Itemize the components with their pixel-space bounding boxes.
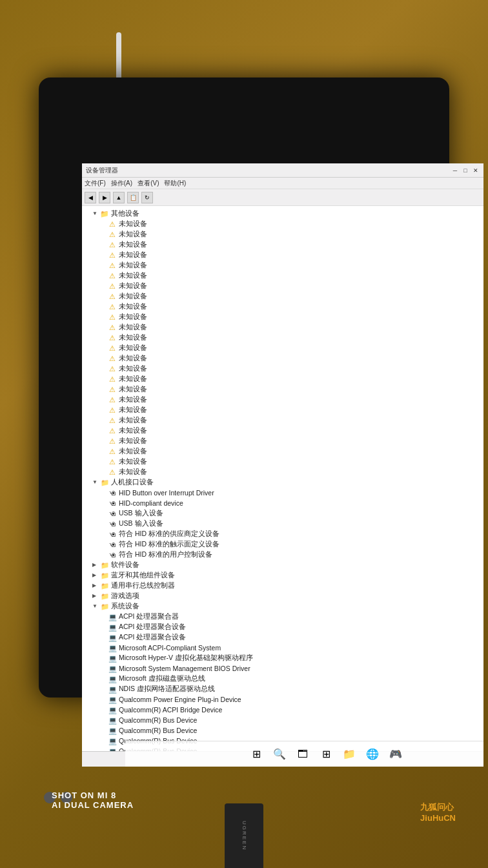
unknown-device-7[interactable]: 未知设备 [82, 281, 483, 291]
unknown-device-6[interactable]: 未知设备 [82, 271, 483, 281]
unknown-device-9[interactable]: 未知设备 [82, 302, 483, 312]
unknown-device-17[interactable]: 未知设备 [82, 384, 483, 395]
toolbar-forward[interactable]: ▶ [99, 192, 110, 203]
expand-system[interactable]: ▼ [92, 603, 99, 610]
qcom-bus-icon-1: 💻 [108, 716, 117, 725]
unknown-device-4[interactable]: 未知设备 [82, 250, 483, 260]
unknown-device-3[interactable]: 未知设备 [82, 240, 483, 250]
minimize-button[interactable]: ─ [451, 167, 459, 174]
windows-button[interactable]: ⊞ [317, 745, 335, 763]
acpi-aggregator[interactable]: 💻 ACPI 处理器聚合器 [82, 612, 483, 622]
hid-system-icon: 🖲 [108, 550, 117, 559]
toolbar-up[interactable]: ▲ [113, 192, 125, 203]
unknown-device-1[interactable]: 未知设备 [82, 219, 483, 229]
usb-input-1[interactable]: 🖲 USB 输入设备 [82, 508, 483, 519]
close-button[interactable]: ✕ [472, 167, 480, 174]
category-hid[interactable]: ▼ 📁 人机接口设备 [82, 477, 483, 488]
unknown-device-10[interactable]: 未知设备 [82, 312, 483, 322]
usb-input-label-2: USB 输入设备 [119, 519, 163, 528]
qcom-bus-icon-2: 💻 [108, 726, 117, 735]
maximize-button[interactable]: □ [462, 167, 469, 174]
category-system[interactable]: ▼ 📁 系统设备 [82, 601, 483, 612]
hid-system-control[interactable]: 🖲 符合 HID 标准的用户控制设备 [82, 550, 483, 560]
unknown-device-2[interactable]: 未知设备 [82, 229, 483, 240]
hid-compliant[interactable]: 🖲 HID-compliant device [82, 498, 483, 508]
task-view-button[interactable]: 🗔 [294, 745, 312, 763]
acpi-agg-device-1[interactable]: 💻 ACPI 处理器聚合设备 [82, 622, 483, 632]
category-bluetooth[interactable]: ▶ 📁 蓝牙和其他组件设备 [82, 570, 483, 581]
start-button[interactable]: ⊞ [247, 745, 265, 763]
search-button[interactable]: 🔍 [270, 745, 289, 763]
explorer-button[interactable]: 📁 [340, 745, 358, 763]
unknown-device-20[interactable]: 未知设备 [82, 415, 483, 426]
bluetooth-label: 蓝牙和其他组件设备 [111, 571, 175, 580]
toolbar-properties[interactable]: 📋 [127, 192, 139, 203]
unknown-device-8[interactable]: 未知设备 [82, 291, 483, 302]
ms-vdisk-label: Microsoft 虚拟磁盘驱动总线 [119, 674, 205, 683]
unknown-device-19[interactable]: 未知设备 [82, 405, 483, 415]
usb-input-2[interactable]: 🖲 USB 输入设备 [82, 519, 483, 529]
expand-software[interactable]: ▶ [92, 562, 99, 568]
ms-acpi-icon: 💻 [108, 643, 117, 652]
expand-other[interactable]: ▼ [92, 211, 99, 217]
warning-icon-12 [108, 333, 117, 342]
unknown-device-15[interactable]: 未知设备 [82, 364, 483, 374]
ugreen-cable: UGREEN [225, 803, 263, 868]
qcom-bus-2[interactable]: 💻 Qualcomm(R) Bus Device [82, 725, 483, 736]
expand-hid[interactable]: ▼ [92, 479, 99, 486]
menu-file[interactable]: 文件(F) [85, 179, 106, 188]
warning-icon-23 [108, 447, 117, 456]
qcom-power-engine[interactable]: 💻 Qualcomm Power Engine Plug-in Device [82, 694, 483, 705]
unknown-device-label-23: 未知设备 [119, 447, 147, 456]
acpi-aggregator-label: ACPI 处理器聚合器 [119, 612, 179, 621]
category-other-devices[interactable]: ▼ 📁 其他设备 [82, 209, 483, 219]
unknown-device-11[interactable]: 未知设备 [82, 322, 483, 333]
menu-view[interactable]: 查看(V) [137, 179, 159, 188]
unknown-device-18[interactable]: 未知设备 [82, 395, 483, 405]
warning-icon-20 [108, 416, 117, 425]
device-tree[interactable]: ▼ 📁 其他设备 未知设备 未知设备 [82, 206, 483, 751]
ms-vdisk[interactable]: 💻 Microsoft 虚拟磁盘驱动总线 [82, 674, 483, 684]
toolbar-refresh[interactable]: ↻ [141, 192, 153, 203]
edge-button[interactable]: 🌐 [363, 745, 381, 763]
unknown-device-22[interactable]: 未知设备 [82, 436, 483, 446]
device-manager-content: ▼ 📁 其他设备 未知设备 未知设备 [82, 206, 483, 751]
category-game[interactable]: ▶ 📁 游戏选项 [82, 591, 483, 601]
ms-acpi-system[interactable]: 💻 Microsoft ACPI-Compliant System [82, 643, 483, 653]
unknown-device-23[interactable]: 未知设备 [82, 446, 483, 457]
hid-touch-defined[interactable]: 🖲 符合 HID 标准的触示面定义设备 [82, 539, 483, 550]
expand-bluetooth[interactable]: ▶ [92, 572, 99, 579]
unknown-device-13[interactable]: 未知设备 [82, 343, 483, 353]
acpi-agg-device-2[interactable]: 💻 ACPI 处理器聚合设备 [82, 632, 483, 643]
menu-help[interactable]: 帮助(H) [164, 179, 186, 188]
category-software[interactable]: ▶ 📁 软件设备 [82, 560, 483, 570]
bluetooth-icon: 📁 [100, 571, 109, 580]
unknown-device-label-16: 未知设备 [119, 375, 147, 384]
toolbar-back[interactable]: ◀ [85, 192, 96, 203]
unknown-device-25[interactable]: 未知设备 [82, 467, 483, 477]
warning-icon-4 [108, 251, 117, 260]
unknown-device-5[interactable]: 未知设备 [82, 260, 483, 271]
hid-vendor-defined[interactable]: 🖲 符合 HID 标准的供应商定义设备 [82, 529, 483, 539]
expand-icon [100, 221, 107, 227]
qcom-bus-1[interactable]: 💻 Qualcomm(R) Bus Device [82, 715, 483, 725]
ms-hyperv[interactable]: 💻 Microsoft Hyper-V 虚拟化基础架构驱动程序 [82, 653, 483, 663]
warning-icon-13 [108, 344, 117, 353]
game-button[interactable]: 🎮 [387, 745, 405, 763]
unknown-device-12[interactable]: 未知设备 [82, 333, 483, 343]
qcom-acpi-bridge[interactable]: 💻 Qualcomm(R) ACPI Bridge Device [82, 705, 483, 715]
usb-controllers-label: 通用串行总线控制器 [111, 581, 175, 590]
shot-line1: SHOT ON MI 8 [52, 790, 134, 800]
menu-action[interactable]: 操作(A) [111, 179, 132, 188]
unknown-device-21[interactable]: 未知设备 [82, 426, 483, 436]
shot-line2: AI DUAL CAMERA [52, 800, 134, 810]
unknown-device-14[interactable]: 未知设备 [82, 353, 483, 364]
hid-button-driver[interactable]: 🖲 HID Button over Interrupt Driver [82, 488, 483, 498]
ms-smbios[interactable]: 💻 Microsoft System Management BIOS Drive… [82, 663, 483, 674]
unknown-device-24[interactable]: 未知设备 [82, 457, 483, 467]
category-usb-controllers[interactable]: ▶ 📁 通用串行总线控制器 [82, 581, 483, 591]
expand-usb[interactable]: ▶ [92, 583, 99, 589]
expand-game[interactable]: ▶ [92, 593, 99, 599]
unknown-device-16[interactable]: 未知设备 [82, 374, 483, 384]
ndis-vnic[interactable]: 💻 NDIS 虚拟网络适配器驱动总线 [82, 684, 483, 694]
